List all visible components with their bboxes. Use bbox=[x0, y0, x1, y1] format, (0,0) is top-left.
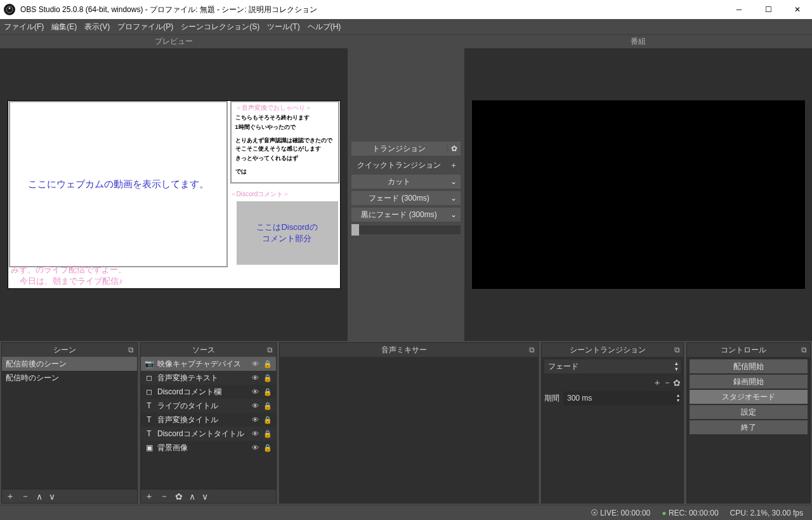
chevron-down-icon[interactable]: ⌄ bbox=[447, 177, 461, 186]
source-row[interactable]: 📷映像キャプチャデバイス👁🔒 bbox=[141, 357, 276, 371]
preview-program-row: プレビュー ここにウェブカムの動画を表示してます。 ＜音声変換でおしゃべり＞ こ… bbox=[0, 34, 812, 341]
lock-toggle[interactable]: 🔒 bbox=[263, 430, 272, 438]
duration-value: 300 ms bbox=[567, 394, 592, 403]
status-bar: ⦿ LIVE: 00:00:00 ● REC: 00:00:00 CPU: 2.… bbox=[0, 505, 812, 520]
popout-icon[interactable]: ⧉ bbox=[672, 345, 682, 354]
exit-button[interactable]: 終了 bbox=[690, 420, 808, 434]
program-canvas-area[interactable] bbox=[464, 48, 812, 341]
docks-row: シーン⧉ 配信前後のシーン配信時のシーン ＋ － ∧ ∨ ソース⧉ 📷映像キャプ… bbox=[0, 341, 812, 505]
menu-file[interactable]: ファイル(F) bbox=[4, 22, 44, 32]
add-scene-button[interactable]: ＋ bbox=[6, 491, 15, 502]
scene-row[interactable]: 配信時のシーン bbox=[2, 371, 137, 385]
quick-transition-fade[interactable]: フェード (300ms) ⌄ bbox=[351, 191, 461, 205]
source-props-button[interactable]: ✿ bbox=[175, 491, 183, 502]
start-recording-button[interactable]: 録画開始 bbox=[690, 375, 808, 389]
gear-icon[interactable]: ✿ bbox=[447, 144, 461, 153]
tbar-slider[interactable] bbox=[351, 225, 461, 234]
quick-transitions-label: クイックトランジション bbox=[351, 160, 447, 171]
cpu-indicator: CPU: 2.1%, 30.00 fps bbox=[730, 509, 803, 517]
cut-label: カット bbox=[351, 177, 447, 187]
settings-button[interactable]: 設定 bbox=[690, 405, 808, 419]
preview-canvas-area[interactable]: ここにウェブカムの動画を表示してます。 ＜音声変換でおしゃべり＞ こちらもそろそ… bbox=[0, 48, 348, 341]
menu-tools[interactable]: ツール(T) bbox=[267, 22, 299, 32]
menu-edit[interactable]: 編集(E) bbox=[51, 22, 77, 32]
remove-scene-button[interactable]: － bbox=[21, 491, 30, 502]
lock-toggle[interactable]: 🔒 bbox=[263, 402, 272, 410]
live-indicator: ⦿ LIVE: 00:00:00 bbox=[591, 509, 651, 517]
source-name: 音声変換テキスト bbox=[157, 373, 247, 383]
popout-icon[interactable]: ⧉ bbox=[126, 345, 136, 354]
start-streaming-button[interactable]: 配信開始 bbox=[690, 359, 808, 373]
mock-voice-line: きっとやってくれるはず bbox=[235, 154, 334, 163]
popout-icon[interactable]: ⧉ bbox=[527, 345, 537, 354]
studio-mode-button[interactable]: スタジオモード bbox=[690, 390, 808, 404]
tbar-handle[interactable] bbox=[351, 224, 359, 236]
mock-voice-line: では bbox=[235, 168, 334, 176]
source-row[interactable]: ◻Discordコメント欄👁🔒 bbox=[141, 385, 276, 399]
remove-transition-button[interactable]: － bbox=[663, 377, 672, 389]
menu-profile[interactable]: プロファイル(P) bbox=[117, 22, 173, 32]
obs-logo-icon bbox=[4, 4, 15, 15]
chevron-down-icon[interactable]: ⌄ bbox=[447, 194, 461, 203]
visibility-toggle[interactable]: 👁 bbox=[251, 402, 259, 410]
source-row[interactable]: ◻音声変換テキスト👁🔒 bbox=[141, 371, 276, 385]
duration-label: 期間 bbox=[544, 393, 560, 404]
lock-toggle[interactable]: 🔒 bbox=[263, 388, 272, 396]
visibility-toggle[interactable]: 👁 bbox=[251, 360, 259, 368]
spinner-arrows-icon[interactable]: ▴▾ bbox=[677, 393, 679, 403]
scene-transitions-dock: シーントランジション⧉ フェード ▴▾ ＋ － ✿ 期間 300 ms ▴▾ bbox=[541, 342, 684, 503]
source-name: Discordコメントタイトル bbox=[157, 429, 247, 439]
popout-icon[interactable]: ⧉ bbox=[265, 345, 275, 354]
popout-icon[interactable]: ⧉ bbox=[799, 345, 809, 354]
move-up-button[interactable]: ∧ bbox=[36, 491, 43, 502]
minimize-button[interactable]: ─ bbox=[724, 0, 754, 19]
chevron-down-icon[interactable]: ⌄ bbox=[447, 210, 461, 219]
mock-voice-source: ＜音声変換でおしゃべり＞ こちらもそろそろ終わります 1時間ぐらいやったので と… bbox=[230, 101, 339, 183]
lock-toggle[interactable]: 🔒 bbox=[263, 360, 272, 368]
source-row[interactable]: Tライブのタイトル👁🔒 bbox=[141, 399, 276, 413]
sources-toolbar: ＋ － ✿ ∧ ∨ bbox=[141, 489, 276, 503]
source-name: 映像キャプチャデバイス bbox=[157, 359, 247, 370]
transition-main-button[interactable]: トランジション ✿ bbox=[351, 142, 461, 156]
plus-icon[interactable]: ＋ bbox=[447, 160, 461, 171]
menu-help[interactable]: ヘルプ(H) bbox=[308, 22, 341, 32]
mock-webcam-source: ここにウェブカムの動画を表示してます。 bbox=[9, 101, 228, 267]
lock-toggle[interactable]: 🔒 bbox=[263, 444, 272, 452]
visibility-toggle[interactable]: 👁 bbox=[251, 444, 259, 451]
source-row[interactable]: ▣背景画像👁🔒 bbox=[141, 441, 276, 455]
source-type-icon: T bbox=[145, 401, 154, 410]
transition-main-label: トランジション bbox=[351, 143, 447, 154]
menu-scene-collection[interactable]: シーンコレクション(S) bbox=[181, 22, 259, 32]
move-down-button[interactable]: ∨ bbox=[202, 491, 208, 502]
source-name: 背景画像 bbox=[157, 443, 247, 453]
quick-transition-cut[interactable]: カット ⌄ bbox=[351, 175, 461, 189]
duration-spinner[interactable]: 300 ms ▴▾ bbox=[563, 391, 681, 405]
close-button[interactable]: ✕ bbox=[783, 0, 812, 19]
visibility-toggle[interactable]: 👁 bbox=[251, 430, 259, 437]
lock-toggle[interactable]: 🔒 bbox=[263, 374, 272, 382]
move-up-button[interactable]: ∧ bbox=[189, 491, 195, 502]
scene-row[interactable]: 配信前後のシーン bbox=[2, 357, 137, 371]
visibility-toggle[interactable]: 👁 bbox=[251, 388, 259, 396]
visibility-toggle[interactable]: 👁 bbox=[251, 416, 259, 423]
program-label: 番組 bbox=[631, 36, 646, 47]
source-name: 音声変換タイトル bbox=[157, 415, 247, 425]
move-down-button[interactable]: ∨ bbox=[49, 491, 55, 502]
add-transition-button[interactable]: ＋ bbox=[653, 377, 662, 389]
source-row[interactable]: TDiscordコメントタイトル👁🔒 bbox=[141, 427, 276, 441]
source-row[interactable]: T音声変換タイトル👁🔒 bbox=[141, 413, 276, 427]
source-name: Discordコメント欄 bbox=[157, 387, 247, 397]
program-pane: 番組 bbox=[464, 35, 812, 341]
transition-props-button[interactable]: ✿ bbox=[673, 377, 681, 389]
menu-view[interactable]: 表示(V) bbox=[84, 22, 110, 32]
lock-toggle[interactable]: 🔒 bbox=[263, 416, 272, 424]
fade-label: フェード (300ms) bbox=[351, 193, 447, 204]
transition-select[interactable]: フェード ▴▾ bbox=[544, 359, 681, 373]
preview-label: プレビュー bbox=[155, 36, 193, 47]
quick-transition-blackfade[interactable]: 黒にフェード (300ms) ⌄ bbox=[351, 208, 461, 222]
add-source-button[interactable]: ＋ bbox=[145, 491, 154, 502]
mock-footer-text: みず。のライブ配信ですよー。 今日は、朝までライブ配信♪ bbox=[11, 264, 126, 287]
visibility-toggle[interactable]: 👁 bbox=[251, 374, 259, 382]
maximize-button[interactable]: ☐ bbox=[754, 0, 783, 19]
remove-source-button[interactable]: － bbox=[160, 491, 169, 502]
